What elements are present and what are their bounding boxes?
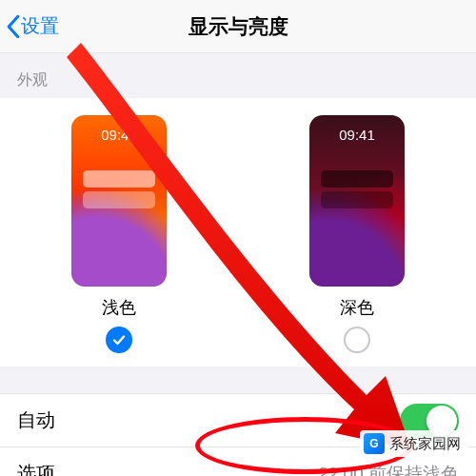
theme-radio-light[interactable] [106,327,132,353]
watermark-logo-icon: G [364,433,385,454]
theme-radio-dark[interactable] [344,327,370,353]
theme-name-dark: 深色 [340,296,374,319]
watermark: G 系统家园网 [360,430,468,457]
row-options-label: 选项 [17,461,55,476]
appearance-card: 09:41 浅色 09:41 深色 [0,98,476,367]
lock-notification-icon [83,191,155,208]
appearance-section-label: 外观 [0,53,476,98]
lock-notification-icon [321,170,393,188]
theme-preview-dark: 09:41 [309,115,405,287]
theme-option-dark[interactable]: 09:41 深色 [281,115,433,353]
page-title: 显示与亮度 [0,13,476,40]
theme-option-light[interactable]: 09:41 浅色 [43,115,195,353]
lock-notification-icon [321,191,393,208]
theme-name-light: 浅色 [102,296,136,319]
back-button[interactable]: 设置 [6,13,59,39]
back-label: 设置 [21,13,59,39]
row-options-value: 22:00 前保持浅色 [318,464,459,477]
theme-preview-light: 09:41 [71,115,167,287]
lock-time: 09:41 [339,127,375,143]
row-auto-label: 自动 [17,407,55,433]
lock-time: 09:41 [101,127,137,143]
check-icon [111,332,127,347]
lock-notification-icon [83,170,155,188]
nav-header: 设置 显示与亮度 [0,0,476,53]
watermark-text: 系统家园网 [389,435,461,453]
chevron-left-icon [6,15,21,38]
